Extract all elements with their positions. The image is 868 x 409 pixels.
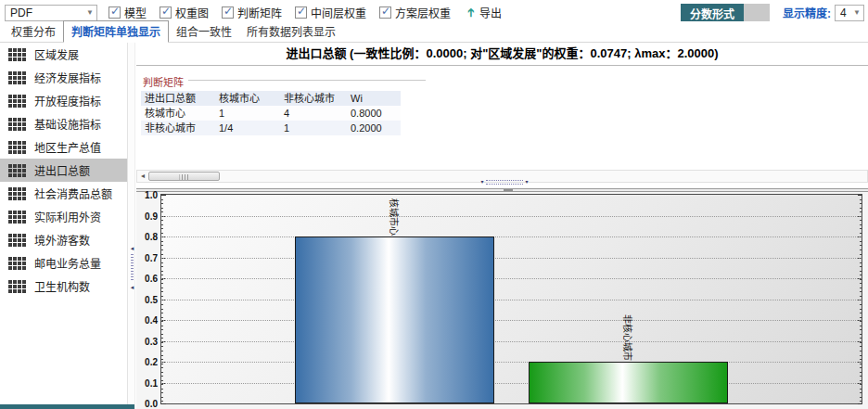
y-axis-tick-label: 0.8 — [137, 232, 158, 242]
grid-icon — [8, 141, 26, 154]
sidebar-item-地区生产总值[interactable]: 地区生产总值 — [0, 135, 127, 159]
grid-icon — [8, 280, 26, 293]
sidebar-item-区域发展[interactable]: 区域发展 — [0, 43, 127, 66]
checkbox-item[interactable]: 权重图 — [160, 5, 209, 20]
fraction-format-button[interactable]: 分数形式 — [681, 4, 744, 21]
chevron-down-icon: ▼ — [86, 8, 94, 17]
scrollbar-thumb[interactable] — [148, 172, 220, 181]
sidebar-item-label: 进出口总额 — [34, 162, 90, 178]
checkbox-item[interactable]: 判断矩阵 — [222, 5, 282, 20]
checkbox-item[interactable]: 方案层权重 — [379, 5, 451, 20]
sidebar-item-进出口总额[interactable]: 进出口总额 — [0, 159, 127, 182]
tab-权重分布[interactable]: 权重分布 — [4, 21, 63, 42]
splitter-collapse-icon[interactable] — [128, 284, 136, 291]
checkbox-item[interactable]: 模型 — [108, 5, 147, 20]
judgment-matrix-panel: 判断矩阵 进出口总额核城市心非核心城市Wi核城市心140.8000非核心城市1/… — [136, 67, 868, 170]
gridline — [161, 278, 862, 279]
sidebar-item-基础设施指标[interactable]: 基础设施指标 — [0, 112, 127, 135]
matrix-cell: 1 — [215, 106, 280, 121]
matrix-cell: 0.8000 — [347, 106, 401, 121]
tab-判断矩阵单独显示[interactable]: 判断矩阵单独显示 — [63, 20, 169, 43]
matrix-header-cell: 非核心城市 — [280, 91, 347, 106]
sidebar-item-经济发展指标[interactable]: 经济发展指标 — [0, 66, 127, 89]
grid-icon — [8, 95, 26, 108]
matrix-cell: 非核心城市 — [141, 121, 215, 135]
chevron-down-icon: ▼ — [853, 8, 861, 17]
sidebar-item-label: 经济发展指标 — [34, 70, 101, 85]
splitter-dots[interactable] — [131, 254, 134, 282]
checkbox-label: 模型 — [124, 5, 147, 20]
y-axis-tick-label: 0.0 — [137, 399, 158, 409]
precision-label: 显示精度: — [783, 5, 831, 20]
gridline — [161, 258, 862, 259]
checkbox-label: 方案层权重 — [395, 5, 451, 20]
judgment-matrix-table: 进出口总额核城市心非核心城市Wi核城市心140.8000非核心城市1/410.2… — [141, 91, 401, 135]
y-axis-tick-label: 0.5 — [137, 294, 158, 304]
sidebar-item-label: 境外游客数 — [34, 232, 90, 248]
collapse-handle-dots[interactable] — [486, 180, 523, 185]
collapse-arrow-icon[interactable] — [523, 179, 530, 185]
grid-icon — [8, 164, 26, 177]
matrix-header-cell: 核城市心 — [215, 91, 280, 106]
sidebar-item-卫生机构数[interactable]: 卫生机构数 — [0, 275, 127, 298]
matrix-cell: 1/4 — [215, 121, 280, 135]
checkbox-item[interactable]: 中间层权重 — [295, 5, 366, 20]
grid-icon — [8, 48, 26, 61]
toolbar-right-group: 分数形式 显示精度: 4 ▼ — [681, 4, 864, 21]
grid-icon — [8, 118, 26, 131]
gridline — [161, 320, 862, 321]
main-panel: 进出口总额 (一致性比例：0.0000; 对"区域发展"的权重：0.0747; … — [136, 43, 868, 409]
panel-collapse-handle[interactable] — [479, 179, 530, 185]
sidebar-item-实际利用外资[interactable]: 实际利用外资 — [0, 205, 127, 228]
sidebar-item-label: 卫生机构数 — [34, 278, 90, 294]
export-arrow-icon: ➔ — [464, 7, 478, 18]
sidebar-item-label: 实际利用外资 — [34, 209, 101, 224]
checkbox-icon[interactable] — [160, 6, 172, 19]
export-format-value: PDF — [10, 6, 32, 19]
sidebar-item-开放程度指标[interactable]: 开放程度指标 — [0, 89, 127, 112]
checkbox-icon[interactable] — [222, 6, 234, 19]
scrollbar-left-arrow-icon[interactable] — [137, 171, 148, 182]
toolbar-checkbox-row: 模型权重图判断矩阵中间层权重方案层权重 — [108, 5, 451, 20]
sidebar-item-label: 开放程度指标 — [34, 93, 101, 109]
splitter-grip[interactable] — [504, 189, 513, 191]
tab-所有数据列表显示[interactable]: 所有数据列表显示 — [239, 21, 343, 42]
sidebar: 区域发展经济发展指标开放程度指标基础设施指标地区生产总值进出口总额社会消费品总额… — [0, 43, 127, 404]
export-button[interactable]: ➔ 导出 — [466, 5, 502, 20]
gridline — [161, 236, 862, 237]
grid-icon — [8, 257, 26, 270]
matrix-header-cell: 进出口总额 — [141, 91, 215, 106]
sidebar-item-邮电业务总量[interactable]: 邮电业务总量 — [0, 251, 127, 275]
matrix-cell: 0.2000 — [347, 121, 401, 135]
sidebar-item-社会消费品总额[interactable]: 社会消费品总额 — [0, 182, 127, 205]
y-axis-tick-label: 0.3 — [137, 336, 158, 346]
gridline — [161, 362, 862, 363]
y-axis-tick — [161, 403, 166, 404]
y-axis-tick-label: 0.7 — [137, 252, 158, 262]
y-axis-tick-label: 0.1 — [137, 377, 158, 388]
chart-plot-area: 0.00.10.20.30.40.50.60.70.80.91.0核城市心非核心… — [160, 194, 862, 404]
grid-icon — [8, 187, 26, 200]
bar-category-label: 核城市心 — [388, 198, 402, 236]
tab-组合一致性[interactable]: 组合一致性 — [169, 21, 239, 42]
y-axis-tick-label: 1.0 — [137, 190, 158, 200]
export-button-label: 导出 — [479, 5, 502, 20]
sidebar-item-label: 邮电业务总量 — [34, 255, 101, 271]
sidebar-item-label: 地区生产总值 — [34, 139, 101, 155]
export-format-select[interactable]: PDF ▼ — [5, 5, 97, 21]
sidebar-item-label: 社会消费品总额 — [34, 185, 112, 201]
y-axis-tick-label: 0.2 — [137, 357, 158, 367]
checkbox-icon[interactable] — [295, 6, 307, 19]
splitter-collapse-icon[interactable] — [128, 245, 136, 252]
grid-icon — [8, 234, 26, 247]
checkbox-icon[interactable] — [379, 6, 391, 19]
y-axis-tick — [858, 403, 862, 404]
collapse-arrow-icon[interactable] — [479, 179, 486, 185]
sidebar-splitter[interactable] — [127, 43, 135, 409]
y-axis-tick-label: 0.9 — [137, 211, 158, 221]
precision-select[interactable]: 4 ▼ — [835, 5, 864, 21]
sidebar-item-label: 区域发展 — [34, 46, 79, 62]
checkbox-icon[interactable] — [108, 6, 121, 19]
sidebar-item-境外游客数[interactable]: 境外游客数 — [0, 228, 127, 251]
precision-value: 4 — [840, 6, 847, 19]
